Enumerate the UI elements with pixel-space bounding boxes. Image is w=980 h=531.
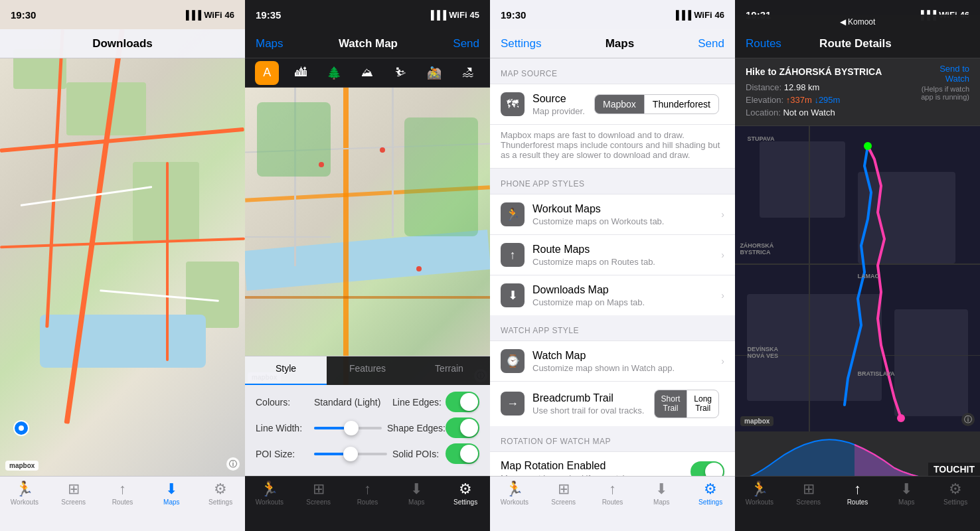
route-maps-cell[interactable]: ↑ Route Maps Customize maps on Routes ta…	[490, 235, 735, 275]
icon-style-forest[interactable]: 🌲	[322, 61, 346, 85]
street-v2	[392, 88, 394, 236]
icon-style-beach[interactable]: 🏖	[456, 61, 480, 85]
tab-settings-p2[interactable]: ⚙ Settings	[441, 482, 490, 506]
breadcrumb-cell[interactable]: → Breadcrumb Trail Use short trail for o…	[490, 382, 735, 426]
map-info-p4[interactable]: ⓘ	[961, 413, 975, 426]
style-tab-features[interactable]: Features	[327, 356, 408, 385]
icon-style-mountain[interactable]: ⛰	[355, 61, 379, 85]
tab-screens-p3[interactable]: ⊞ Screens	[539, 482, 588, 506]
watch-map-bg: mapbox ⓘ	[245, 88, 490, 385]
shape-edges-label: Shape Edges:	[387, 423, 446, 433]
poi-size-slider[interactable]	[309, 453, 392, 455]
tab-settings-p3[interactable]: ⚙ Settings	[686, 482, 735, 506]
tab-routes-p3[interactable]: ↑ Routes	[588, 482, 637, 506]
icon-style-city[interactable]: 🏙	[289, 61, 313, 85]
route-maps-subtitle: Customize maps on Routes tab.	[532, 257, 721, 267]
send-to-watch-btn[interactable]: Send toWatch	[921, 64, 969, 84]
nav-bar-p1: Downloads	[0, 29, 245, 58]
workout-maps-icon: 🏃	[501, 202, 525, 226]
source-group: 🗺 Source Map provider. Mapbox Thunderfor…	[490, 84, 735, 169]
status-time-p3: 19:30	[501, 9, 526, 21]
nav-title-p3: Maps	[606, 37, 634, 50]
tab-screens-p1[interactable]: ⊞ Screens	[49, 482, 98, 506]
nav-title-p4: Route Details	[819, 37, 892, 50]
tab-settings-p4[interactable]: ⚙ Settings	[931, 482, 980, 506]
colours-row: Colours: Standard (Light) Line Edges:	[256, 392, 479, 412]
watch-map-title: Watch Map	[532, 350, 721, 362]
tab-workouts-p1[interactable]: 🏃 Workouts	[0, 482, 49, 506]
icon-row-p2: A 🏙 🌲 ⛰ ⛷ 🚵 🏖	[245, 58, 490, 88]
status-icons-p3: ▐▐▐ WiFi 46	[673, 10, 724, 20]
route-map-bg: STUPAVA ZÁHORSKÁBYSTRICA LAMAC DEVÍNSKAN…	[735, 126, 980, 431]
phone-styles-group: 🏃 Workout Maps Customize maps on Workout…	[490, 194, 735, 315]
solid-pois-toggle[interactable]	[446, 443, 479, 464]
status-bar-p3: 19:30 ▐▐▐ WiFi 46	[490, 0, 735, 29]
komoot-bar: ◀ Komoot	[735, 15, 980, 29]
tab-routes-p1[interactable]: ↑ Routes	[98, 482, 147, 506]
tab-routes-p2[interactable]: ↑ Routes	[343, 482, 392, 506]
nav-action-p3[interactable]: Send	[698, 37, 724, 50]
watch-map-text: Watch Map Customize map shown in Watch a…	[532, 350, 721, 373]
settings-icon-p1: ⚙	[214, 482, 227, 496]
label-lamac: LAMAC	[858, 273, 880, 279]
map-info-btn-p1[interactable]: ⓘ	[226, 457, 240, 471]
panel-downloads: 19:30 ▐▐▐ WiFi 46 Downloads	[0, 0, 245, 531]
icon-style-a[interactable]: A	[255, 61, 279, 85]
maps-label-p1: Maps	[163, 498, 179, 506]
route-maps-icon: ↑	[501, 243, 525, 267]
source-mapbox-btn[interactable]: Mapbox	[594, 94, 644, 114]
status-icons-p2: ▐▐▐ WiFi 45	[428, 10, 479, 20]
battery-p3: 46	[715, 10, 724, 20]
section-watch-style: WATCH APP STYLE	[490, 315, 735, 341]
workouts-icon-p1: 🏃	[15, 482, 33, 496]
tab-routes-p4[interactable]: ↑ Routes	[833, 482, 882, 506]
tab-maps-p2[interactable]: ⬇ Maps	[392, 482, 441, 506]
label-devinska: DEVÍNSKANOVÁ VES	[747, 346, 778, 359]
nav-back-p3[interactable]: Settings	[501, 37, 541, 50]
location-pin	[13, 420, 29, 436]
source-thunderforest-btn[interactable]: Thunderforest	[644, 94, 719, 114]
workouts-icon-p4: 🏃	[750, 482, 768, 496]
downloads-map-icon: ⬇	[501, 283, 525, 307]
route-map-area[interactable]: STUPAVA ZÁHORSKÁBYSTRICA LAMAC DEVÍNSKAN…	[735, 126, 980, 431]
map-area-p2[interactable]: mapbox ⓘ	[245, 88, 490, 385]
long-trail-btn[interactable]: LongTrail	[687, 390, 719, 418]
tab-workouts-p2[interactable]: 🏃 Workouts	[245, 482, 294, 506]
screens-label-p1: Screens	[61, 498, 86, 506]
battery-p2: 45	[470, 10, 479, 20]
downloads-map-cell[interactable]: ⬇ Downloads Map Customize map on Maps ta…	[490, 275, 735, 315]
tab-settings-p1[interactable]: ⚙ Settings	[196, 482, 245, 506]
routes-icon-p1: ↑	[119, 482, 126, 496]
poi-size-row: POI Size: Solid POIs:	[256, 443, 479, 464]
tab-maps-p4[interactable]: ⬇ Maps	[882, 482, 931, 506]
tab-maps-p3[interactable]: ⬇ Maps	[637, 482, 686, 506]
tab-bar-p2: 🏃 Workouts ⊞ Screens ↑ Routes ⬇ Maps ⚙ S…	[245, 476, 490, 531]
workouts-label-p3: Workouts	[501, 498, 529, 506]
nav-action-p2[interactable]: Send	[453, 37, 479, 50]
source-cell[interactable]: 🗺 Source Map provider. Mapbox Thunderfor…	[490, 84, 735, 125]
main-road-v	[343, 88, 349, 385]
tab-screens-p4[interactable]: ⊞ Screens	[784, 482, 833, 506]
nav-back-p2[interactable]: Maps	[256, 37, 284, 50]
tab-workouts-p3[interactable]: 🏃 Workouts	[490, 482, 539, 506]
line-width-slider[interactable]	[309, 427, 387, 429]
short-trail-btn[interactable]: ShortTrail	[654, 390, 687, 418]
downloads-map-text: Downloads Map Customize map on Maps tab.	[532, 284, 721, 307]
routes-label-p2: Routes	[357, 498, 378, 506]
watch-map-cell[interactable]: ⌚ Watch Map Customize map shown in Watch…	[490, 341, 735, 382]
line-edges-toggle[interactable]	[446, 392, 479, 412]
tab-maps-p1[interactable]: ⬇ Maps	[147, 482, 196, 506]
map-area-p1[interactable]: mapbox ⓘ	[0, 29, 245, 476]
shape-edges-toggle[interactable]	[446, 417, 479, 438]
nav-back-p4[interactable]: Routes	[746, 37, 781, 50]
workout-maps-cell[interactable]: 🏃 Workout Maps Customize maps on Workout…	[490, 194, 735, 235]
icon-style-bike[interactable]: 🚵	[422, 61, 446, 85]
tab-screens-p2[interactable]: ⊞ Screens	[294, 482, 343, 506]
style-tab-terrain[interactable]: Terrain	[408, 356, 490, 385]
icon-style-ski[interactable]: ⛷	[389, 61, 413, 85]
style-tab-style[interactable]: Style	[245, 356, 327, 385]
nav-bar-p2: Maps Watch Map Send	[245, 29, 490, 58]
tab-workouts-p4[interactable]: 🏃 Workouts	[735, 482, 784, 506]
rotation-toggle[interactable]	[691, 461, 724, 476]
rotation-enabled-cell[interactable]: Map Rotation Enabled Movement is require…	[490, 452, 735, 476]
